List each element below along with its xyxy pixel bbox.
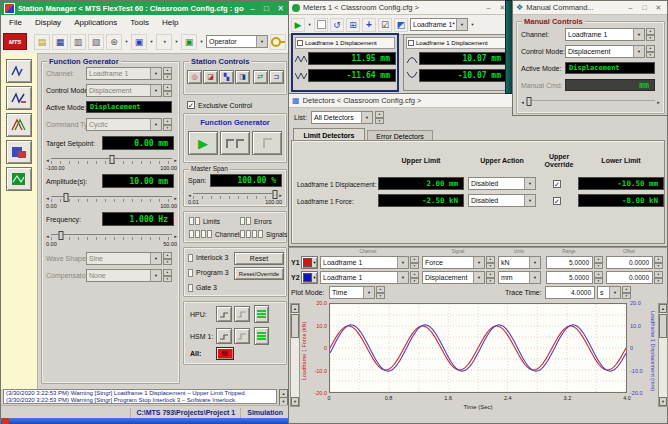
y1-channel-spinner[interactable]: ▴▾ bbox=[410, 256, 419, 269]
y2-color-button[interactable]: ▼ bbox=[301, 271, 318, 284]
manual-control-mode-select[interactable]: Displacement▼ bbox=[565, 45, 645, 58]
slider-right-arrow[interactable]: ▸ bbox=[172, 233, 179, 239]
meters-extra-dropdown-arrow[interactable]: ▼ bbox=[470, 22, 475, 27]
y1-range-spinner[interactable]: ▴▾ bbox=[594, 256, 603, 269]
meter-select-checkbox[interactable] bbox=[297, 40, 303, 46]
control-mode-select[interactable]: Displacement▼ bbox=[86, 84, 162, 97]
plot-mode-spinner[interactable]: ▴▾ bbox=[376, 286, 385, 299]
scope-dropdown-arrow[interactable]: ▼ bbox=[199, 39, 204, 44]
scope-button[interactable]: ▣ bbox=[181, 34, 197, 50]
close-button[interactable]: ✕ bbox=[653, 4, 664, 12]
y2-offset-spinner[interactable]: ▴▾ bbox=[654, 271, 663, 284]
slider-left-arrow[interactable]: ◂ bbox=[519, 99, 526, 105]
save-button[interactable]: ▦ bbox=[52, 34, 68, 50]
plot-area[interactable] bbox=[329, 303, 627, 393]
display-button[interactable]: ▣ bbox=[131, 34, 147, 50]
meters-layout-button[interactable]: ⊞ bbox=[346, 18, 360, 32]
menu-help[interactable]: Help bbox=[156, 18, 184, 27]
amplitude-slider[interactable]: ◂ ▸ bbox=[44, 193, 179, 202]
key-unlock-button[interactable] bbox=[270, 34, 286, 50]
hpu-high-button[interactable] bbox=[234, 306, 250, 322]
y1-range-field[interactable]: 5.0000 bbox=[546, 256, 593, 269]
scroll-up-arrow[interactable]: ▲ bbox=[291, 304, 299, 313]
hsm-on-indicator-button[interactable] bbox=[254, 327, 269, 345]
run-dropdown-arrow[interactable]: ▼ bbox=[307, 22, 312, 27]
upper-action-select[interactable]: Disabled▼ bbox=[468, 177, 536, 190]
scroll-down-arrow[interactable]: ▼ bbox=[291, 397, 299, 406]
upper-override-checkbox[interactable]: ✓ bbox=[553, 180, 561, 188]
control-mode-spinner[interactable]: ▴▾ bbox=[163, 84, 172, 97]
print-preview-button[interactable]: ▧ bbox=[88, 34, 104, 50]
y1-signal-spinner[interactable]: ▴▾ bbox=[486, 256, 495, 269]
meter-header-button[interactable]: Loadframe 1 Displacement bbox=[406, 37, 506, 49]
meters-hold-button[interactable] bbox=[314, 18, 328, 32]
frequency-slider[interactable]: ◂ ▸ bbox=[44, 231, 179, 240]
meter-panel-2[interactable]: Loadframe 1 Displacement 10.07 mm -10.07… bbox=[403, 34, 510, 91]
slider-left-arrow[interactable]: ◂ bbox=[186, 192, 193, 198]
right-axis-scrollbar[interactable]: ▲ ▼ bbox=[658, 303, 668, 407]
y2-range-field[interactable]: 5.0000 bbox=[546, 271, 593, 284]
target-setpoint-slider-thumb[interactable] bbox=[109, 155, 114, 164]
y1-offset-spinner[interactable]: ▴▾ bbox=[654, 256, 663, 269]
trace-time-field[interactable]: 4.0000 bbox=[545, 286, 595, 299]
span-slider-thumb[interactable] bbox=[273, 190, 278, 199]
compensator-select[interactable]: None▼ bbox=[86, 269, 162, 282]
command-type-select[interactable]: Cyclic▼ bbox=[86, 118, 162, 131]
eject-control-button[interactable]: ⊐ bbox=[269, 70, 284, 84]
slider-right-arrow[interactable]: ▸ bbox=[655, 99, 662, 105]
minimize-button[interactable]: – bbox=[247, 4, 258, 13]
frequency-slider-thumb[interactable] bbox=[58, 231, 63, 240]
y2-signal-select[interactable]: Displacement▼ bbox=[422, 271, 485, 284]
wave-shape-spinner[interactable]: ▴▾ bbox=[163, 252, 172, 265]
channel-spinner[interactable]: ▴▾ bbox=[163, 67, 172, 80]
hpu-on-indicator-button[interactable] bbox=[254, 305, 269, 323]
gauge-dropdown-arrow[interactable]: ▼ bbox=[174, 39, 179, 44]
all-off-button[interactable] bbox=[216, 347, 234, 360]
manual-channel-spinner[interactable]: ▴▾ bbox=[646, 28, 655, 41]
menu-display[interactable]: Display bbox=[29, 18, 67, 27]
hsm-low-button[interactable] bbox=[216, 328, 232, 344]
minimize-button[interactable]: – bbox=[625, 4, 636, 11]
tools-button[interactable]: ⊛ bbox=[106, 34, 122, 50]
interlock-reset-button[interactable]: Reset bbox=[234, 252, 284, 265]
program-reset-override-button[interactable]: Reset/Override bbox=[234, 267, 284, 280]
command-type-spinner[interactable]: ▴▾ bbox=[163, 118, 172, 131]
minimize-button[interactable]: – bbox=[483, 4, 494, 11]
transfer-control-button[interactable]: ⇄ bbox=[253, 70, 268, 84]
trace-time-units-select[interactable]: s▼ bbox=[597, 286, 621, 299]
y2-range-spinner[interactable]: ▴▾ bbox=[594, 271, 603, 284]
scrollbar-thumb[interactable] bbox=[659, 314, 667, 338]
y2-channel-spinner[interactable]: ▴▾ bbox=[410, 271, 419, 284]
slider-right-arrow[interactable]: ▸ bbox=[277, 192, 284, 198]
upper-action-select[interactable]: Disabled▼ bbox=[468, 194, 536, 207]
menu-tools[interactable]: Tools bbox=[124, 18, 155, 27]
hsm-high-button[interactable] bbox=[234, 328, 250, 344]
menu-file[interactable]: File bbox=[3, 18, 28, 27]
select-meters-button[interactable]: ☑ bbox=[378, 18, 392, 32]
access-level-dropdown-arrow[interactable]: ▼ bbox=[256, 36, 267, 47]
sidebar-scope-button[interactable] bbox=[6, 167, 32, 191]
sidebar-station-controls-button[interactable] bbox=[6, 86, 32, 110]
span-slider[interactable]: ◂ ▸ bbox=[186, 190, 284, 199]
tools-dropdown-arrow[interactable]: ▼ bbox=[124, 39, 129, 44]
fg-hold-button[interactable] bbox=[220, 131, 250, 155]
y1-units-select[interactable]: kN▼ bbox=[498, 256, 541, 269]
left-axis-scrollbar[interactable]: ▲ ▼ bbox=[290, 303, 300, 407]
slider-right-arrow[interactable]: ▸ bbox=[172, 157, 179, 163]
display-dropdown-arrow[interactable]: ▼ bbox=[149, 39, 154, 44]
sidebar-signal-button[interactable] bbox=[6, 113, 32, 137]
reset-controller-button[interactable]: ◎ bbox=[187, 70, 202, 84]
meter-config-button[interactable]: ◩ bbox=[394, 18, 408, 32]
slider-left-arrow[interactable]: ◂ bbox=[44, 233, 51, 239]
operator-panel-button[interactable]: ▚ bbox=[219, 70, 234, 84]
compensator-spinner[interactable]: ▴▾ bbox=[163, 269, 172, 282]
channel-select[interactable]: Loadframe 1▼ bbox=[86, 67, 162, 80]
scroll-up-arrow[interactable]: ▲ bbox=[659, 304, 667, 313]
y1-signal-select[interactable]: Force▼ bbox=[422, 256, 485, 269]
amplitude-slider-thumb[interactable] bbox=[63, 193, 68, 202]
upper-override-checkbox[interactable]: ✓ bbox=[553, 197, 561, 205]
maximize-button[interactable]: □ bbox=[261, 4, 272, 13]
scrollbar-thumb[interactable] bbox=[291, 314, 299, 338]
manual-cmd-slider-thumb[interactable] bbox=[526, 97, 531, 106]
y2-units-select[interactable]: mm▼ bbox=[498, 271, 541, 284]
